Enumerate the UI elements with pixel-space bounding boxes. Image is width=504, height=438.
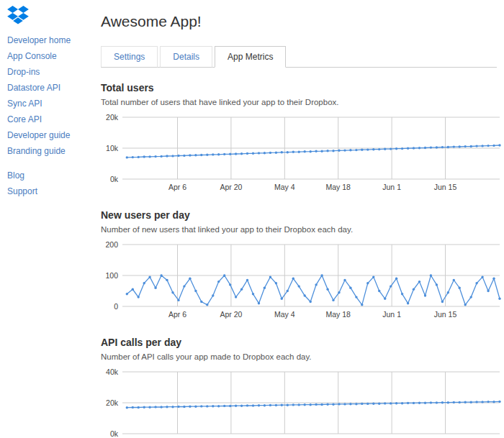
svg-text:200: 200	[105, 241, 118, 249]
chart-subtitle-api-calls: Number of API calls your app made to Dro…	[101, 352, 497, 361]
tab-details[interactable]: Details	[160, 46, 212, 68]
dropbox-logo-glyph	[7, 6, 29, 24]
section-total-users: Total users Total number of users that h…	[101, 82, 497, 195]
svg-text:40k: 40k	[106, 368, 119, 376]
sidebar-secondary-nav: Blog Support	[7, 171, 95, 196]
chart-canvas: 0k20k40kApr 6Apr 20May 4May 18Jun 1Jun 1…	[101, 368, 503, 438]
svg-text:Jun 15: Jun 15	[434, 183, 457, 191]
sidebar-item-blog[interactable]: Blog	[7, 171, 95, 180]
sidebar-item-drop-ins[interactable]: Drop-ins	[7, 68, 95, 76]
chart-canvas: 0100200Apr 6Apr 20May 4May 18Jun 1Jun 15	[101, 241, 503, 322]
svg-text:Apr 6: Apr 6	[168, 310, 186, 319]
svg-text:May 4: May 4	[274, 183, 295, 191]
svg-text:20k: 20k	[106, 114, 119, 122]
chart-subtitle-new-users: Number of new users that linked your app…	[101, 225, 497, 234]
sidebar-item-datastore-api[interactable]: Datastore API	[7, 83, 95, 92]
sidebar-item-developer-home[interactable]: Developer home	[7, 36, 95, 45]
section-new-users-per-day: New users per day Number of new users th…	[101, 209, 497, 322]
svg-text:May 18: May 18	[326, 310, 351, 319]
chart-title-api-calls: API calls per day	[101, 337, 497, 348]
sidebar: Developer home App Console Drop-ins Data…	[0, 0, 95, 438]
svg-text:Apr 6: Apr 6	[168, 183, 186, 191]
svg-text:0: 0	[114, 302, 118, 311]
svg-text:May 4: May 4	[274, 310, 295, 319]
tab-settings[interactable]: Settings	[101, 46, 158, 68]
chart-subtitle-total-users: Total number of users that have linked y…	[101, 98, 497, 106]
svg-text:Jun 1: Jun 1	[382, 310, 401, 319]
svg-text:Jun 15: Jun 15	[434, 310, 457, 319]
svg-text:May 18: May 18	[326, 183, 351, 191]
sidebar-item-branding-guide[interactable]: Branding guide	[7, 147, 95, 155]
sidebar-item-developer-guide[interactable]: Developer guide	[7, 131, 95, 140]
chart-title-total-users: Total users	[101, 82, 497, 93]
sidebar-item-sync-api[interactable]: Sync API	[7, 99, 95, 108]
svg-text:20k: 20k	[106, 398, 119, 407]
page-title: Awesome App!	[101, 13, 497, 30]
sidebar-item-app-console[interactable]: App Console	[7, 52, 95, 60]
sidebar-nav: Developer home App Console Drop-ins Data…	[7, 36, 95, 155]
svg-text:Apr 20: Apr 20	[220, 310, 242, 319]
page: Developer home App Console Drop-ins Data…	[0, 0, 504, 438]
chart-canvas: 0k10k20kApr 6Apr 20May 4May 18Jun 1Jun 1…	[101, 114, 503, 195]
svg-text:10k: 10k	[106, 144, 119, 152]
svg-text:100: 100	[105, 271, 118, 280]
chart-title-new-users: New users per day	[101, 209, 497, 221]
svg-text:Jun 1: Jun 1	[382, 183, 401, 191]
section-api-calls-per-day: API calls per day Number of API calls yo…	[101, 337, 497, 438]
tab-bar: Settings Details App Metrics	[101, 46, 497, 68]
dropbox-logo-icon[interactable]	[7, 6, 29, 24]
total-users-chart: 0k10k20kApr 6Apr 20May 4May 18Jun 1Jun 1…	[101, 114, 503, 195]
sidebar-item-core-api[interactable]: Core API	[7, 115, 95, 124]
sidebar-item-support[interactable]: Support	[7, 187, 95, 196]
api-calls-chart: 0k20k40kApr 6Apr 20May 4May 18Jun 1Jun 1…	[101, 368, 503, 438]
new-users-chart: 0100200Apr 6Apr 20May 4May 18Jun 1Jun 15	[101, 241, 503, 322]
main-content: Awesome App! Settings Details App Metric…	[95, 0, 498, 438]
svg-text:0k: 0k	[110, 429, 119, 438]
tab-app-metrics[interactable]: App Metrics	[215, 46, 286, 68]
svg-text:Apr 20: Apr 20	[220, 183, 242, 191]
svg-text:0k: 0k	[110, 175, 119, 183]
